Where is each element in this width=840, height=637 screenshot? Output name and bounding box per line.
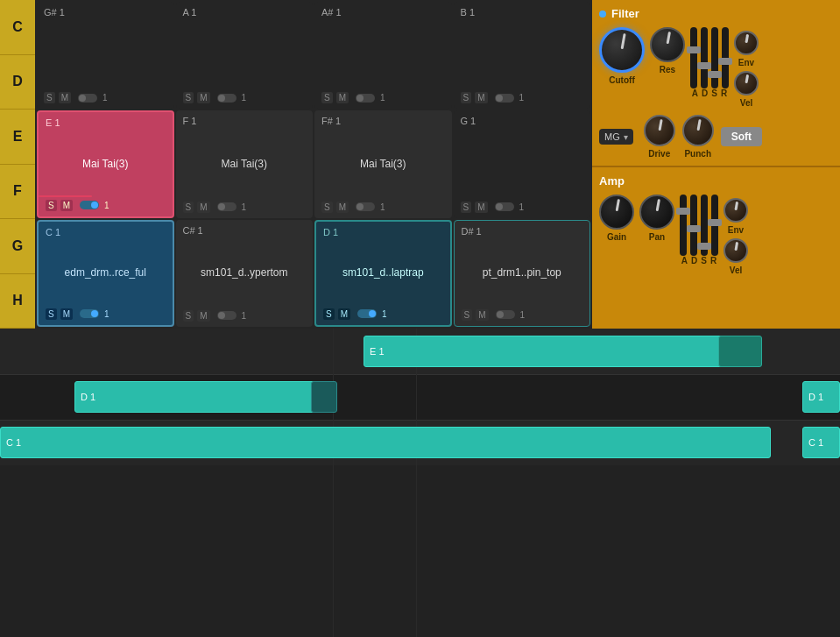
amp-fader-d-track[interactable] (690, 195, 697, 256)
pad-d-g1[interactable]: G 1 S M 1 (454, 110, 591, 217)
fader-d-track[interactable] (701, 27, 708, 88)
pad-toggle[interactable] (80, 201, 99, 209)
drive-label: Drive (648, 149, 670, 159)
adsr-labels: A D S R (692, 88, 727, 98)
filter-mode-label: MG (604, 131, 620, 142)
res-knob[interactable] (650, 27, 685, 62)
note-d1-right[interactable]: D 1 (802, 381, 840, 413)
amp-fader-a-track[interactable] (680, 195, 687, 256)
pad-m[interactable]: M (475, 92, 487, 103)
pad-toggle[interactable] (356, 202, 375, 211)
note-c1-right[interactable]: C 1 (802, 427, 840, 458)
gain-knob[interactable] (599, 195, 634, 230)
pad-d-fs1[interactable]: F# 1 Mai Tai(3) S M 1 (314, 110, 452, 217)
pad-toggle[interactable] (217, 202, 236, 211)
soft-button[interactable]: Soft (721, 127, 762, 146)
pad-e-c1[interactable]: C 1 edm_drm..rce_ful S M 1 (37, 220, 174, 327)
pad-c-as1[interactable]: A# 1 S M 1 (314, 2, 452, 109)
pad-s[interactable]: S (321, 202, 333, 213)
vel-knob-amp-container: Vel (724, 238, 748, 275)
pad-s[interactable]: S (461, 202, 472, 213)
fader-r-handle[interactable] (718, 58, 732, 65)
note-e1-dark[interactable] (718, 336, 762, 367)
pad-m[interactable]: M (60, 308, 73, 320)
pan-knob[interactable] (639, 195, 674, 230)
pad-e-cs1[interactable]: C# 1 sm101_d..ypertom S M 1 (176, 220, 314, 327)
amp-fader-d-handle[interactable] (687, 225, 701, 232)
env-knob-amp[interactable] (724, 198, 748, 223)
amp-fader-r-track[interactable] (711, 195, 718, 256)
pad-c-a1[interactable]: A 1 S M 1 (176, 2, 314, 109)
pad-vol: 1 (520, 310, 526, 320)
pad-d-f1[interactable]: F 1 Mai Tai(3) S M 1 (176, 110, 314, 217)
note-d1-main[interactable]: D 1 (74, 381, 328, 413)
vel-knob-amp[interactable] (724, 238, 748, 263)
pad-s[interactable]: S (44, 92, 55, 103)
pad-c-g1[interactable]: G# 1 S M 1 (37, 2, 174, 109)
amp-fader-a-handle[interactable] (676, 208, 690, 215)
pad-toggle[interactable] (217, 311, 236, 320)
pad-vol: 1 (102, 93, 108, 103)
pad-toggle[interactable] (357, 309, 377, 318)
fader-s-handle[interactable] (708, 71, 722, 78)
pad-m[interactable]: M (197, 310, 209, 322)
pad-c-b1[interactable]: B 1 S M 1 (454, 2, 591, 109)
row-label-f: F (0, 165, 35, 220)
pad-e-ds1[interactable]: D# 1 pt_drm1..pin_top S M 1 (454, 220, 591, 327)
pad-m[interactable]: M (338, 308, 350, 320)
pad-toggle[interactable] (496, 310, 515, 319)
pad-toggle[interactable] (78, 94, 97, 103)
pad-m[interactable]: M (476, 309, 488, 321)
fader-r-track[interactable] (722, 27, 729, 88)
pad-s[interactable]: S (461, 92, 472, 103)
pad-s[interactable]: S (183, 92, 194, 103)
vel-label-filter: Vel (740, 98, 752, 108)
pad-red-bar (39, 195, 92, 197)
pad-toggle[interactable] (495, 202, 514, 211)
fader-a-track[interactable] (690, 27, 697, 88)
pad-s[interactable]: S (46, 200, 57, 211)
pad-m[interactable]: M (336, 202, 349, 213)
pad-s[interactable]: S (46, 308, 57, 320)
pad-s[interactable]: S (323, 308, 335, 320)
note-c1-right-label: C 1 (808, 437, 823, 448)
drive-knob[interactable] (644, 115, 675, 146)
pad-d-e1[interactable]: E 1 Mai Tai(3) S M 1 (37, 110, 174, 217)
pad-s[interactable]: S (183, 202, 194, 213)
fader-d-handle[interactable] (697, 62, 711, 69)
pad-s[interactable]: S (321, 92, 333, 103)
env-knob-filter[interactable] (734, 31, 759, 55)
amp-fader-r-handle[interactable] (708, 219, 722, 226)
row-labels: C D E F G H (0, 0, 35, 329)
fader-a-handle[interactable] (687, 46, 701, 53)
pad-m[interactable]: M (475, 202, 487, 213)
pad-toggle[interactable] (356, 94, 375, 103)
amp-fader-s-handle[interactable] (697, 243, 711, 250)
pad-toggle[interactable] (217, 94, 236, 103)
filter-mode-selector[interactable]: MG ▾ (599, 129, 633, 145)
note-e1-label: E 1 (370, 346, 385, 357)
pad-m[interactable]: M (197, 202, 209, 213)
pad-toggle[interactable] (495, 94, 514, 103)
fader-s-track[interactable] (711, 27, 718, 88)
amp-fader-s-track[interactable] (701, 195, 708, 256)
pad-s[interactable]: S (183, 310, 194, 322)
pad-toggle[interactable] (80, 309, 99, 318)
pad-s[interactable]: S (462, 309, 473, 321)
pad-m[interactable]: M (336, 92, 349, 103)
pad-m[interactable]: M (197, 92, 209, 103)
fader-label-a: A (692, 88, 698, 98)
note-d1-small[interactable] (311, 381, 337, 413)
note-e1-main[interactable]: E 1 (364, 336, 758, 367)
note-c1-main[interactable]: C 1 (0, 427, 771, 458)
pad-note: G# 1 (44, 7, 167, 18)
pad-e-d1[interactable]: D 1 sm101_d..laptrap S M 1 (314, 220, 452, 327)
res-label: Res (660, 65, 675, 74)
cutoff-knob[interactable] (599, 27, 645, 73)
pad-m[interactable]: M (60, 200, 73, 211)
gain-label: Gain (607, 232, 626, 242)
pad-m[interactable]: M (59, 92, 71, 103)
vel-knob-filter[interactable] (734, 71, 759, 96)
punch-knob[interactable] (682, 115, 714, 146)
amp-fader-label-a: A (681, 256, 688, 265)
